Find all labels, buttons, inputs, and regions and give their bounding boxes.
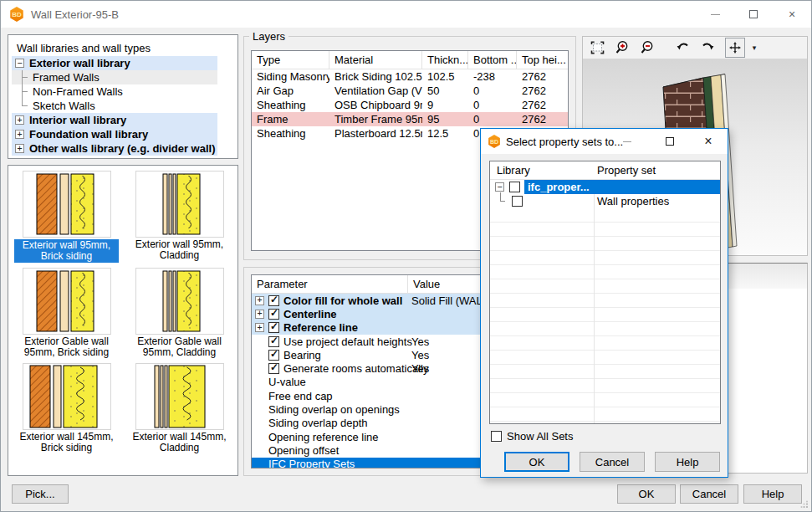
tree-item-non-framed-walls[interactable]: Non-Framed Walls bbox=[12, 84, 217, 99]
property-sets-table[interactable]: Library Property set ifc_proper... Wall … bbox=[489, 161, 721, 424]
tree-header: Wall libraries and wall types bbox=[8, 35, 237, 56]
show-all-sets-option[interactable]: Show All Sets bbox=[491, 430, 574, 443]
layer-row[interactable]: Siding Masonry Brick Siding 102.5, ... 1… bbox=[252, 69, 568, 84]
column-header-material[interactable]: Material bbox=[329, 51, 422, 69]
modal-cancel-button[interactable]: Cancel bbox=[580, 452, 645, 472]
tree-item-foundation-wall-library[interactable]: Foundation wall library bbox=[12, 127, 217, 141]
parameter-label: Siding overlap on openings bbox=[268, 403, 400, 416]
column-header-top-height[interactable]: Top hei... bbox=[517, 51, 568, 69]
tree-connector bbox=[15, 70, 28, 84]
checkbox[interactable] bbox=[268, 336, 279, 347]
close-button[interactable]: × bbox=[773, 1, 811, 28]
modal-ok-button[interactable]: OK bbox=[504, 452, 569, 472]
column-header-thickness[interactable]: Thickn... bbox=[422, 51, 468, 69]
minimize-button[interactable] bbox=[696, 1, 734, 28]
column-header-property-set[interactable]: Property set bbox=[594, 164, 656, 177]
expand-icon[interactable] bbox=[15, 115, 24, 125]
layer-row[interactable]: Sheathing OSB Chipboard 9m... 9 0 2762 bbox=[252, 98, 568, 112]
wall-type-label: Exterior wall 145mm, Brick siding bbox=[14, 432, 119, 453]
parameter-label: U-value bbox=[268, 376, 306, 388]
modal-titlebar[interactable]: BD Select property sets to... × bbox=[481, 129, 728, 154]
modal-minimize-button[interactable] bbox=[613, 129, 641, 154]
collapse-icon[interactable] bbox=[15, 59, 24, 68]
parameter-label: Opening reference line bbox=[268, 431, 379, 443]
tree-item-exterior-wall-library[interactable]: Exterior wall library bbox=[12, 56, 217, 70]
wall-type-thumbnail[interactable] bbox=[135, 268, 224, 335]
modal-title: Select property sets to... bbox=[506, 136, 623, 148]
zoom-extents-button[interactable] bbox=[586, 38, 608, 58]
layer-type: Air Gap bbox=[252, 84, 329, 97]
zoom-in-button[interactable] bbox=[611, 38, 633, 58]
layer-thickness: 95 bbox=[422, 113, 468, 125]
preview-toolbar: ▾ bbox=[583, 37, 807, 59]
expand-icon[interactable] bbox=[255, 323, 264, 332]
pick-button[interactable]: Pick... bbox=[12, 484, 69, 504]
wall-type-item[interactable]: Exterior wall 145mm, Cladding bbox=[123, 363, 236, 453]
zoom-out-button[interactable] bbox=[636, 38, 658, 58]
modal-maximize-button[interactable] bbox=[656, 129, 684, 154]
wall-type-item[interactable]: Exterior wall 95mm, Brick siding bbox=[10, 171, 123, 263]
tree-item-interior-wall-library[interactable]: Interior wall library bbox=[12, 113, 217, 127]
wall-type-thumbnail[interactable] bbox=[23, 268, 111, 335]
cancel-button[interactable]: Cancel bbox=[680, 484, 738, 504]
column-header-library[interactable]: Library bbox=[490, 164, 594, 177]
modal-help-button[interactable]: Help bbox=[655, 452, 720, 472]
tree-item-framed-walls[interactable]: Framed Walls bbox=[12, 70, 217, 84]
parameter-value: Yes bbox=[411, 349, 429, 361]
wall-type-item[interactable]: Exterior wall 95mm, Cladding bbox=[123, 171, 236, 263]
maximize-button[interactable] bbox=[734, 1, 773, 28]
layer-row[interactable]: Air Gap Ventilation Gap (VE... 50 0 2762 bbox=[252, 84, 568, 98]
tree-item-other-walls-library[interactable]: Other walls library (e.g. divider wall) bbox=[12, 141, 217, 156]
app-icon: BD bbox=[488, 135, 501, 148]
checkbox[interactable] bbox=[509, 182, 520, 192]
checkbox[interactable] bbox=[268, 363, 279, 374]
column-header-parameter[interactable]: Parameter bbox=[252, 275, 408, 293]
expand-icon[interactable] bbox=[15, 130, 24, 139]
close-icon: × bbox=[704, 134, 712, 149]
expand-icon[interactable] bbox=[15, 144, 24, 153]
checkbox[interactable] bbox=[268, 295, 279, 306]
wall-type-thumbnail[interactable] bbox=[23, 363, 111, 430]
property-set-row[interactable]: Wall properties bbox=[490, 194, 720, 208]
rotate-right-button[interactable] bbox=[697, 38, 718, 58]
window-titlebar[interactable]: BD Wall Exterior-95-B × bbox=[1, 1, 811, 28]
column-header-type[interactable]: Type bbox=[252, 51, 329, 69]
toolbar-dropdown-arrow[interactable]: ▾ bbox=[748, 38, 760, 58]
empty-rows bbox=[490, 208, 720, 423]
help-button[interactable]: Help bbox=[743, 484, 802, 504]
layer-row-highlighted[interactable]: Frame Timber Frame 95mm... 95 0 2762 bbox=[252, 112, 568, 126]
wall-type-label: Exterior Gable wall 95mm, Cladding bbox=[127, 336, 232, 358]
wall-type-thumbnail[interactable] bbox=[135, 171, 224, 238]
checkbox[interactable] bbox=[268, 309, 279, 320]
property-set-row-selected[interactable]: ifc_proper... bbox=[490, 180, 720, 194]
parameter-value: Yes bbox=[411, 362, 429, 375]
checkbox[interactable] bbox=[512, 196, 523, 207]
wall-type-item[interactable]: Exterior Gable wall 95mm, Cladding bbox=[123, 268, 236, 358]
expand-icon[interactable] bbox=[255, 296, 264, 305]
tree-item-label: Sketch Walls bbox=[33, 100, 95, 112]
ok-button[interactable]: OK bbox=[617, 484, 676, 504]
layer-top-height: 2762 bbox=[517, 113, 546, 125]
layer-type: Siding Masonry bbox=[252, 70, 329, 83]
tree-item-sketch-walls[interactable]: Sketch Walls bbox=[12, 99, 217, 113]
parameter-label: Opening offset bbox=[268, 444, 339, 457]
wall-type-item[interactable]: Exterior Gable wall 95mm, Brick siding bbox=[10, 268, 123, 358]
maximize-icon bbox=[666, 137, 674, 146]
wall-type-item[interactable]: Exterior wall 145mm, Brick siding bbox=[10, 363, 123, 453]
column-header-value[interactable]: Value bbox=[408, 278, 440, 290]
pan-button[interactable] bbox=[725, 38, 745, 58]
modal-close-button[interactable]: × bbox=[694, 129, 723, 154]
wall-type-thumbnail[interactable] bbox=[135, 363, 224, 430]
show-all-sets-checkbox[interactable] bbox=[491, 431, 502, 442]
parameter-label: Free end cap bbox=[268, 390, 333, 402]
layer-thickness: 9 bbox=[422, 99, 468, 111]
expand-icon[interactable] bbox=[255, 310, 264, 319]
collapse-icon[interactable] bbox=[495, 182, 504, 192]
column-header-bottom[interactable]: Bottom ... bbox=[468, 51, 517, 69]
checkbox[interactable] bbox=[268, 350, 279, 361]
checkbox[interactable] bbox=[268, 322, 279, 333]
resize-grip[interactable] bbox=[800, 500, 809, 509]
rotate-left-button[interactable] bbox=[672, 38, 693, 58]
wall-type-thumbnail[interactable] bbox=[23, 171, 111, 238]
library-name: ifc_proper... bbox=[524, 180, 720, 194]
